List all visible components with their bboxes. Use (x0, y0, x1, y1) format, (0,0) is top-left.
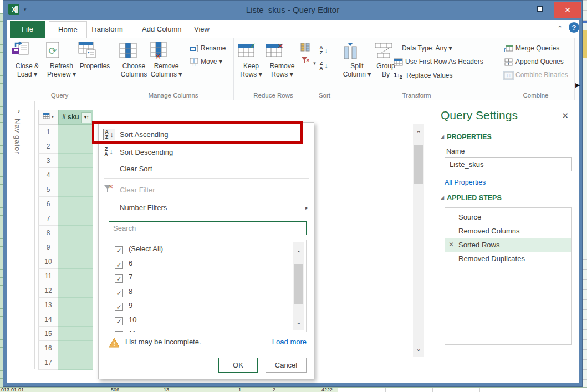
sku-cell[interactable] (58, 211, 93, 226)
row-number[interactable]: 12 (38, 283, 58, 298)
row-number[interactable]: 10 (38, 254, 58, 269)
collapse-ribbon-icon[interactable]: ⌃ (557, 24, 563, 32)
properties-button[interactable]: Properties (78, 39, 112, 88)
row-number[interactable]: 7 (38, 211, 58, 226)
applied-steps-header[interactable]: ◢APPLIED STEPS (441, 194, 502, 202)
checkbox-checked-icon[interactable]: ✓ (115, 317, 123, 325)
sort-descending-ribbon-button[interactable]: Z↓A (319, 57, 330, 68)
table-corner-button[interactable]: ▾ (38, 110, 58, 125)
checkbox-checked-icon[interactable]: ✓ (115, 303, 123, 311)
tab-transform[interactable]: Transform (81, 21, 132, 38)
close-and-load-button[interactable]: Close & Load ▾ (11, 39, 43, 88)
replace-values-button[interactable]: 1↓2 Replace Values (394, 69, 453, 80)
filter-value-row[interactable]: ✓8 (115, 284, 306, 299)
applied-step[interactable]: ✕Removed Duplicates (445, 252, 571, 266)
checkbox-checked-icon[interactable]: ✓ (115, 274, 123, 283)
row-number[interactable]: 16 (38, 341, 58, 355)
scroll-down-icon[interactable]: ⌄ (413, 345, 424, 353)
sku-cell[interactable] (58, 240, 93, 254)
row-number[interactable]: 11 (38, 269, 58, 283)
filter-value-row[interactable]: ✓10 (115, 313, 306, 327)
query-settings-close-icon[interactable]: ✕ (562, 111, 569, 121)
choose-columns-button[interactable]: Choose Columns (119, 39, 149, 88)
titlebar[interactable]: X ▾ Liste_skus - Query Editor — ✕ (3, 0, 583, 20)
menu-item-sort-descending[interactable]: Z↓A Sort Descending (99, 145, 314, 160)
row-number[interactable]: 13 (38, 298, 58, 312)
row-number[interactable]: 8 (38, 226, 58, 240)
remove-rows-button[interactable]: ✕ Remove Rows ▾ (265, 39, 299, 88)
row-number[interactable]: 15 (38, 327, 58, 341)
row-number[interactable]: 17 (38, 355, 58, 370)
sku-cell[interactable] (58, 226, 93, 240)
filter-value-row[interactable]: ✓9 (115, 298, 306, 313)
sort-ascending-ribbon-button[interactable]: A↓Z (319, 42, 330, 53)
row-number[interactable]: 6 (38, 197, 58, 211)
sku-cell[interactable] (58, 341, 93, 355)
merge-queries-button[interactable]: Merge Queries (504, 43, 559, 54)
remove-duplicates-button[interactable]: → (300, 42, 313, 53)
split-column-button[interactable]: Split Column ▾ (341, 39, 373, 88)
navigator-expand-icon[interactable]: › (18, 106, 20, 115)
sku-cell[interactable] (58, 298, 93, 312)
sku-cell[interactable] (58, 182, 93, 197)
tab-add-column[interactable]: Add Column (133, 21, 191, 38)
properties-header[interactable]: ◢PROPERTIES (441, 133, 492, 141)
cancel-button[interactable]: Cancel (266, 358, 307, 373)
sku-cell[interactable] (58, 154, 93, 168)
row-number[interactable]: 1 (38, 125, 58, 139)
sku-cell[interactable] (58, 125, 93, 139)
row-number[interactable]: 14 (38, 312, 58, 327)
tab-view[interactable]: View (185, 21, 218, 38)
sku-cell[interactable] (58, 355, 93, 370)
column-filter-button[interactable]: ▾↑ (81, 112, 91, 123)
scrollbar-thumb[interactable] (414, 145, 423, 184)
all-properties-link[interactable]: All Properties (445, 179, 486, 186)
tab-file[interactable]: File (10, 21, 45, 38)
use-first-row-button[interactable]: Use First Row As Headers (394, 56, 483, 67)
checkbox-checked-icon[interactable]: ✓ (115, 261, 123, 269)
maximize-button[interactable] (532, 3, 548, 16)
query-name-input[interactable] (445, 157, 572, 171)
keep-rows-button[interactable]: ✓ Keep Rows ▾ (237, 39, 265, 88)
sku-cell[interactable] (58, 312, 93, 327)
filter-value-row[interactable]: ✓(Select All) (115, 242, 306, 256)
ribbon-overflow-arrow-icon[interactable]: ▶ (575, 82, 580, 89)
rename-button[interactable]: Rename (190, 43, 226, 54)
sku-cell[interactable] (58, 197, 93, 211)
sku-cell[interactable] (58, 254, 93, 269)
load-more-link[interactable]: Load more (272, 338, 307, 346)
checkbox-checked-icon[interactable]: ✓ (115, 331, 123, 332)
menu-item-number-filters[interactable]: Number Filters ▸ (99, 200, 314, 216)
checkbox-checked-icon[interactable]: ✓ (115, 289, 123, 297)
scroll-up-icon[interactable]: ⌃ (293, 250, 304, 256)
checkbox-checked-icon[interactable]: ✓ (115, 246, 123, 254)
row-number[interactable]: 4 (38, 168, 58, 182)
grid-vertical-scrollbar[interactable]: ⌃ ⌄ (413, 124, 424, 357)
filter-value-row[interactable]: ✓11 (115, 327, 306, 332)
refresh-preview-button[interactable]: ⟳ Refresh Preview ▾ (44, 39, 79, 88)
row-number[interactable]: 2 (38, 139, 58, 154)
sku-cell[interactable] (58, 139, 93, 154)
move-button[interactable]: ↔ Move ▾ (190, 56, 222, 67)
navigator-pane[interactable]: › Navigator (7, 101, 35, 369)
sku-cell[interactable] (58, 269, 93, 283)
scroll-up-icon[interactable]: ⌃ (413, 130, 424, 137)
sku-cell[interactable] (58, 283, 93, 298)
data-type-button[interactable]: Data Type: Any ▾ (402, 43, 452, 54)
sku-cell[interactable] (58, 327, 93, 341)
applied-step[interactable]: ✕Source (445, 210, 571, 224)
menu-item-clear-sort[interactable]: Clear Sort (99, 161, 314, 177)
delete-step-icon[interactable]: ✕ (448, 238, 454, 252)
remove-columns-button[interactable]: ✕ Remove Columns ▾ (149, 39, 184, 88)
sku-cell[interactable] (58, 168, 93, 182)
filter-search-input[interactable] (109, 221, 307, 235)
scroll-down-icon[interactable]: ⌄ (293, 319, 304, 325)
applied-step[interactable]: ✕Removed Columns (445, 224, 571, 238)
scrollbar-thumb[interactable] (294, 264, 303, 304)
append-queries-button[interactable]: ↕ Append Queries (504, 56, 564, 67)
column-header-sku[interactable]: # sku ▾↑ (58, 110, 93, 125)
close-button[interactable]: ✕ (554, 2, 581, 18)
ok-button[interactable]: OK (218, 358, 258, 373)
row-number[interactable]: 9 (38, 240, 58, 254)
row-number[interactable]: 3 (38, 154, 58, 168)
